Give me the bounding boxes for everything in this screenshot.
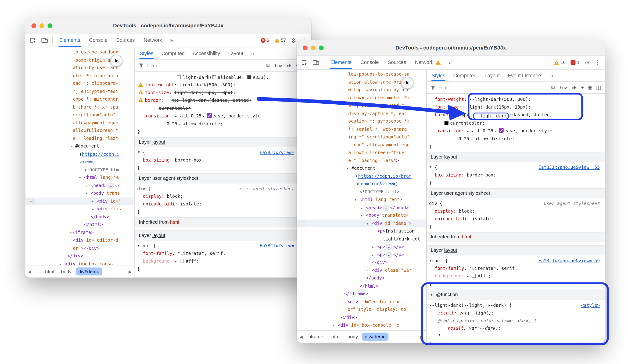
layers-icon[interactable]: ⧉ bbox=[266, 62, 270, 69]
tab-network[interactable]: Network bbox=[411, 56, 445, 69]
styles-filter-input[interactable]: Filter bbox=[147, 62, 157, 68]
dom-tree-line[interactable]: view=) bbox=[25, 158, 135, 166]
breadcrumb-item-html[interactable]: html bbox=[329, 332, 343, 340]
dom-tree-line[interactable]: </html> bbox=[25, 221, 135, 229]
expand-inline-button[interactable]: … bbox=[386, 252, 393, 257]
style-line[interactable]: result: var(--dark); bbox=[428, 325, 605, 332]
breadcrumb-item--iframe[interactable]: -iframe. bbox=[306, 332, 327, 340]
warning-triangle-button[interactable]: 16 bbox=[554, 60, 566, 65]
grid-icon[interactable]: ▦ bbox=[588, 84, 592, 91]
expand-value-icon[interactable]: ▸ bbox=[166, 97, 171, 105]
toggle-cls[interactable]: .cls bbox=[286, 63, 292, 68]
dom-tree-line[interactable]: allowfullscreen=" bbox=[25, 127, 135, 135]
color-swatch[interactable] bbox=[472, 274, 476, 278]
window-titlebar[interactable]: DevTools - codepen.io/bramus/pen/EaYBJJx bbox=[25, 18, 311, 33]
declaration-checkbox[interactable] bbox=[177, 75, 181, 79]
toggle-hov[interactable]: :hov bbox=[558, 85, 567, 90]
twisty-expanded-icon[interactable]: ▾ bbox=[70, 143, 75, 150]
stylesheet-link[interactable]: anon=true&view= bbox=[355, 182, 395, 186]
breadcrumb-forward-arrow[interactable]: ▶ bbox=[127, 269, 133, 274]
dom-tree-line[interactable]: eter *; bluetooth bbox=[25, 72, 135, 80]
dom-tree-line[interactable]: …▸<div id=" bbox=[25, 197, 135, 205]
close-button[interactable] bbox=[31, 23, 36, 28]
twisty-collapsed-icon[interactable]: ▸ bbox=[92, 198, 97, 205]
more-panels-chevron[interactable]: » bbox=[247, 47, 258, 59]
declaration-transition[interactable]: transition: ▸all 0.25s ease, border-styl… bbox=[137, 112, 311, 120]
dom-tree-line[interactable]: </html> bbox=[297, 282, 426, 290]
style-line[interactable]: * {EaYBJJx?ano…ue&view=:55 bbox=[428, 164, 605, 171]
stylesheet-link[interactable]: layout bbox=[152, 139, 165, 145]
plus-icon[interactable]: + bbox=[581, 84, 584, 91]
expand-value-icon[interactable]: ▸ bbox=[467, 127, 472, 135]
dom-tree-line[interactable]: </div> bbox=[297, 259, 426, 267]
dom-tree-line[interactable]: ing *" scrolling="auto" bbox=[297, 133, 426, 141]
style-line[interactable]: } bbox=[428, 280, 605, 288]
issue-button[interactable]: 1 bbox=[570, 60, 580, 65]
declaration-font-size[interactable]: font-size: light-dark(16px, 18px); bbox=[137, 89, 311, 97]
dom-tree-line[interactable]: <div id="editor-d bbox=[25, 237, 135, 244]
expand-value-icon[interactable]: ▸ bbox=[456, 111, 461, 119]
dom-tree-line[interactable]: e " loading="lazy"> bbox=[297, 157, 426, 165]
declaration-transition[interactable]: transition: ▸all 0.25s ease, border-styl… bbox=[428, 127, 605, 135]
styles-filter-input[interactable]: Filter bbox=[438, 85, 449, 90]
style-line[interactable]: } bbox=[137, 265, 311, 273]
style-line[interactable]: :root {EaYBJJx?view= bbox=[137, 242, 311, 250]
style-line[interactable]: box-sizing: border-box; bbox=[137, 156, 311, 164]
declaration-font-size[interactable]: font-size: --light-dark(16px, 18px); bbox=[428, 103, 605, 111]
tab-sources[interactable]: Sources bbox=[112, 33, 139, 47]
style-line[interactable]: } bbox=[428, 223, 605, 231]
declaration-font-weight[interactable]: font-weight: --light-dark(500, 300); bbox=[428, 96, 605, 103]
dom-tree-line[interactable]: </div> bbox=[25, 252, 135, 260]
dom-tree-line[interactable]: <!DOCTYPE htm bbox=[25, 166, 135, 174]
style-line[interactable]: * {EaYBJJx?view= bbox=[137, 149, 311, 156]
stylesheet-link[interactable]: layout bbox=[444, 247, 457, 253]
style-line[interactable]: display: block; bbox=[137, 193, 311, 200]
dom-tree-line[interactable]: ▸<head>…</ bbox=[25, 182, 135, 189]
window-titlebar[interactable]: DevTools - codepen.io/bramus/pen/EaYBJJx bbox=[297, 40, 605, 55]
dom-tree-line[interactable]: cope *; microphor bbox=[25, 95, 135, 103]
style-line[interactable]: 0.25s allow-discrete; bbox=[137, 120, 311, 128]
dom-tree-line[interactable]: </body> bbox=[25, 213, 135, 221]
tab-console[interactable]: Console bbox=[85, 33, 112, 47]
dom-tree-line[interactable]: e " loading="laz" bbox=[25, 134, 135, 142]
dom-tree-line[interactable]: ▾#document bbox=[297, 164, 426, 172]
dom-tree-line[interactable]: er"></div> bbox=[25, 244, 135, 252]
bezier-icon[interactable] bbox=[499, 128, 504, 133]
twisty-collapsed-icon[interactable]: ▸ bbox=[85, 182, 90, 189]
dom-tree-line[interactable]: <p>Instruction bbox=[297, 227, 426, 235]
dom-tree-line[interactable]: (https://cdpn.i bbox=[25, 150, 135, 158]
breadcrumb-item-div#demo[interactable]: div#demo bbox=[76, 267, 102, 275]
style-line[interactable]: } bbox=[428, 143, 605, 150]
error-circle-button[interactable]: 2 bbox=[261, 38, 270, 43]
styles-tab-computed[interactable]: Computed bbox=[157, 47, 189, 59]
dom-tree-line[interactable]: display-capture *; enc bbox=[297, 110, 426, 118]
twisty-expanded-icon[interactable]: ▾ bbox=[354, 196, 359, 204]
stylesheet-link[interactable]: EaYBJJx?ano…ue&view=:55 bbox=[539, 165, 600, 170]
dom-tree-line[interactable]: ead *; clipboard- bbox=[25, 80, 135, 88]
style-line[interactable]: } bbox=[137, 164, 311, 172]
styles-tab-styles[interactable]: Styles bbox=[136, 47, 157, 59]
style-line[interactable]: result: var(--light); bbox=[428, 309, 605, 317]
dom-tree-line[interactable]: </body> bbox=[297, 274, 426, 282]
stylesheet-link[interactable]: EaYBJJx?ano…ue&view=:59 bbox=[539, 258, 600, 263]
twisty-collapsed-icon[interactable]: ▸ bbox=[60, 260, 65, 265]
close-button[interactable] bbox=[303, 46, 308, 51]
style-line[interactable]: font-family: "Literata", serif; bbox=[137, 250, 311, 257]
style-line[interactable]: --light-dark(--light, --dark) {<style> bbox=[428, 302, 605, 309]
gear-button[interactable]: ⚙ bbox=[291, 37, 296, 43]
tab-elements[interactable]: Elements bbox=[326, 56, 356, 69]
dom-tree-line[interactable]: ▸<head>…</head> bbox=[297, 204, 426, 212]
stylesheet-link[interactable]: layout bbox=[444, 154, 457, 160]
breadcrumb-back-arrow[interactable]: ◀ bbox=[298, 334, 304, 339]
stylesheet-link[interactable]: EaYBJJx?view= bbox=[260, 150, 294, 155]
dom-node-menu-button[interactable]: … bbox=[299, 221, 305, 226]
stylesheet-link[interactable]: https://cdpn.io/bram bbox=[358, 174, 411, 179]
dom-tree-line[interactable]: …▾<div id="demo"> bbox=[297, 220, 426, 227]
more-tabs-chevron[interactable]: » bbox=[445, 56, 455, 69]
dom-tree-line[interactable]: ▾<html lang="en"> bbox=[297, 196, 426, 204]
style-line[interactable]: unicode-bidi: isolate; bbox=[137, 200, 311, 208]
expand-inline-button[interactable]: … bbox=[386, 244, 393, 250]
zoom-button[interactable] bbox=[47, 23, 52, 28]
stylesheet-link[interactable]: layout bbox=[152, 233, 165, 238]
breadcrumb-item-html[interactable]: html bbox=[42, 267, 57, 275]
